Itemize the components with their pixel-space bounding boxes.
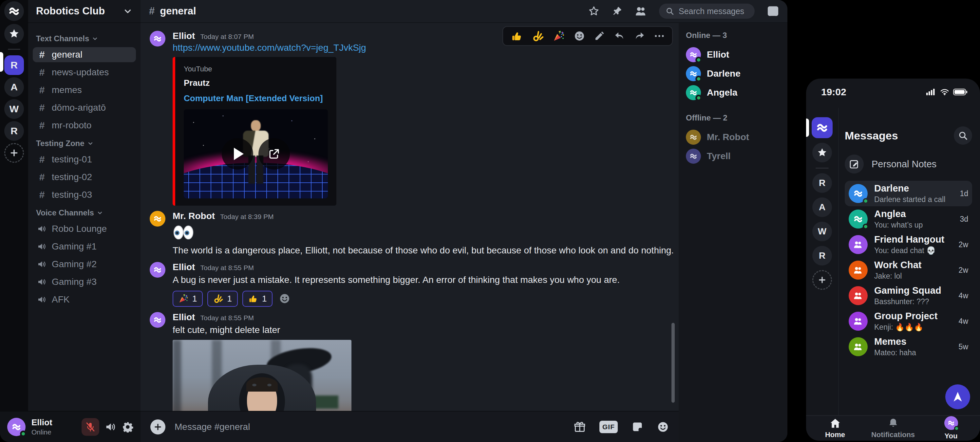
pinned-messages-button[interactable] [612,6,622,16]
status-dot [954,426,959,431]
voice-afk[interactable]: AFK [33,292,136,307]
channel-testing-03[interactable]: #testing-03 [33,187,136,202]
add-server-button[interactable] [812,270,832,290]
play-button[interactable] [222,138,253,170]
server-r2[interactable]: R [812,246,832,266]
message-author[interactable]: Elliot [173,312,195,323]
section-testing-zone[interactable]: Testing Zone [36,139,133,148]
photo-attachment[interactable] [173,340,352,411]
add-reaction-button[interactable] [279,293,290,304]
conversation-name: Anglea [874,208,953,220]
chat-scrollbar[interactable] [671,323,675,403]
voice-gaming-3[interactable]: Gaming #3 [33,274,136,289]
member-mr-robot[interactable]: Mr. Robot [686,128,788,147]
ok-hand-emoji[interactable] [532,30,544,42]
mute-microphone-button[interactable] [81,418,99,436]
search-button[interactable] [954,126,972,145]
reaction-party-popper[interactable]: 1 [173,291,203,307]
channel-mr-roboto[interactable]: #mr-roboto [33,118,136,133]
favorite-star-button[interactable] [588,6,600,17]
server-w[interactable]: W [4,99,24,119]
section-voice-channels[interactable]: Voice Channels [36,208,133,218]
conversation-anglea[interactable]: Anglea You: what’s up 3d [845,206,972,232]
video-thumbnail[interactable] [184,109,328,199]
personal-notes-item[interactable]: Personal Notes [845,154,972,173]
voice-gaming-2[interactable]: Gaming #2 [33,257,136,272]
app-home-button[interactable] [4,1,24,21]
avatar[interactable] [150,211,165,227]
member-elliot[interactable]: Elliot [686,45,788,64]
member-tyrell[interactable]: Tyrell [686,147,788,166]
inbox-button[interactable] [767,6,779,17]
conversation-work-chat[interactable]: Work Chat Jake: lol 2w [845,258,972,283]
avatar[interactable] [150,31,165,46]
emoji-picker-button[interactable] [657,421,669,433]
message-input[interactable]: Message #general [175,422,560,432]
server-w[interactable]: W [812,222,832,241]
forward-button[interactable] [634,31,645,41]
deafen-speaker-button[interactable] [105,422,116,432]
voice-robo-lounge[interactable]: Robo Lounge [33,221,136,236]
nav-notifications[interactable]: Notifications [864,416,922,441]
server-robotics-club[interactable]: R [4,55,24,75]
conversation-darlene[interactable]: Darlene Darlene started a call 1d [845,181,972,206]
message-author[interactable]: Elliot [173,31,195,41]
note-compose-icon [849,159,859,169]
avatar[interactable] [7,418,25,436]
add-server-button[interactable] [4,143,24,163]
conversation-group-project[interactable]: Group Project Kenji: 🔥🔥🔥 4w [845,308,972,334]
attach-file-button[interactable] [150,420,165,434]
conversation-friend-hangout[interactable]: Friend Hangout You: dead chat 💀 2w [845,232,972,258]
settings-gear-button[interactable] [122,421,133,432]
avatar[interactable] [150,262,165,278]
channel-memes[interactable]: #memes [33,83,136,98]
open-external-button[interactable] [258,138,290,170]
edit-pencil-button[interactable] [594,31,605,41]
member-angela[interactable]: Angela [686,83,788,102]
message-author[interactable]: Mr. Robot [173,211,215,221]
reply-button[interactable] [614,31,625,41]
message-area[interactable]: Elliot Today at 8:07 PM https://www.yout… [140,23,679,411]
compose-fab-button[interactable] [945,385,970,409]
reaction-thumbs-up[interactable]: 1 [242,291,272,307]
server-a[interactable]: A [4,77,24,97]
conversation-gaming-squad[interactable]: Gaming Squad Basshunter: ??? 4w [845,283,972,308]
reaction-ok-hand[interactable]: 1 [207,291,237,307]
search-messages-input[interactable]: Search messages [659,3,755,19]
gift-button[interactable] [574,421,585,433]
send-icon [951,390,964,403]
nav-home[interactable]: Home [806,416,864,441]
server-a[interactable]: A [812,197,832,217]
user-status: Online [32,428,76,436]
channel-general[interactable]: #general [33,47,136,62]
message-author[interactable]: Elliot [173,262,195,272]
section-text-channels[interactable]: Text Channels [36,34,133,43]
channel-domo-arigato[interactable]: #dōmo-arigatō [33,100,136,115]
embed-title-link[interactable]: Computer Man [Extended Version] [184,93,328,103]
sticker-picker-button[interactable] [632,421,643,433]
more-options-button[interactable] [654,34,664,38]
gif-picker-button[interactable]: GIF [600,421,618,433]
channel-news-updates[interactable]: #news-updates [33,65,136,80]
conversation-memes[interactable]: Memes Mateo: haha 5w [845,334,972,359]
server-header[interactable]: Robotics Club [28,0,140,23]
wave-logo-icon [689,133,698,142]
channel-testing-02[interactable]: #testing-02 [33,170,136,184]
app-home-button[interactable] [811,117,833,138]
channel-testing-01[interactable]: #testing-01 [33,152,136,167]
wave-logo-icon [853,214,863,224]
nav-you[interactable]: You [922,416,980,441]
member-list-toggle-button[interactable] [635,6,647,16]
member-darlene[interactable]: Darlene [686,64,788,83]
server-r[interactable]: R [812,173,832,193]
saved-notes-button[interactable] [4,24,24,43]
youtube-link[interactable]: https://www.youtube.com/watch?v=jeg_TJvk… [173,43,366,53]
party-popper-emoji[interactable] [553,30,565,42]
message-timestamp: Today at 8:55 PM [200,264,253,272]
saved-notes-button[interactable] [812,143,832,162]
avatar[interactable] [150,312,165,328]
server-r2[interactable]: R [4,121,24,141]
thumbs-up-emoji[interactable] [511,30,523,42]
voice-gaming-1[interactable]: Gaming #1 [33,239,136,254]
add-reaction-button[interactable] [574,30,585,41]
